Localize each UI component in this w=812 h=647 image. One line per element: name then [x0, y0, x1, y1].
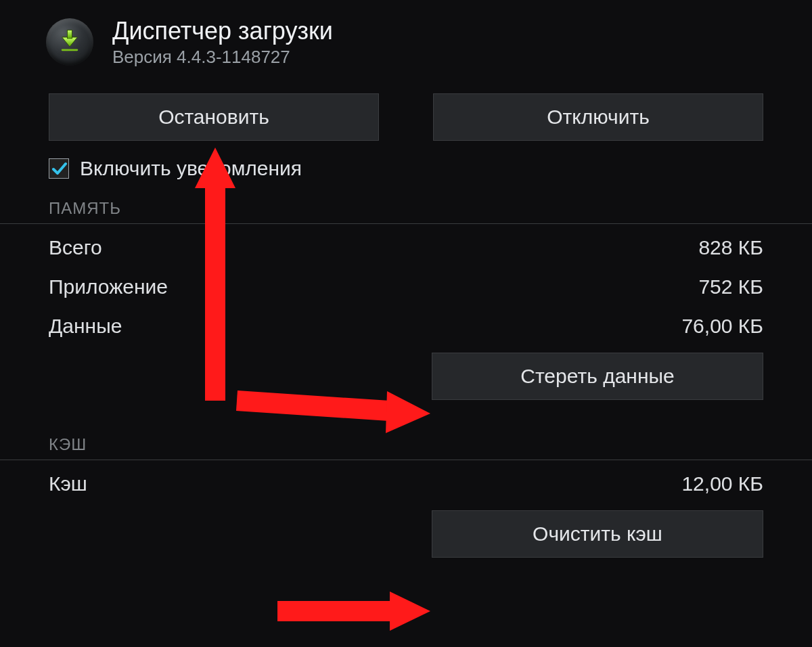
label: Всего: [49, 236, 102, 259]
notifications-row[interactable]: Включить уведомления: [0, 141, 812, 198]
notifications-label: Включить уведомления: [80, 157, 302, 180]
app-header: Диспетчер загрузки Версия 4.4.3-1148727: [0, 0, 812, 81]
label: Приложение: [49, 275, 168, 298]
download-icon: [46, 18, 93, 66]
app-version: Версия 4.4.3-1148727: [112, 47, 333, 68]
cache-row: Кэш 12,00 КБ: [0, 464, 812, 504]
clear-data-button[interactable]: Стереть данные: [432, 353, 763, 400]
app-title: Диспетчер загрузки: [112, 16, 333, 45]
label: Данные: [49, 315, 122, 338]
arrow-to-clear-cache: [277, 592, 430, 631]
stop-button[interactable]: Остановить: [49, 93, 379, 141]
svg-rect-2: [62, 49, 78, 51]
notifications-checkbox[interactable]: [49, 158, 69, 179]
primary-button-row: Остановить Отключить: [0, 93, 812, 141]
value: 12,00 КБ: [681, 472, 763, 495]
storage-row-total: Всего 828 КБ: [0, 228, 812, 267]
storage-row-data: Данные 76,00 КБ: [0, 307, 812, 346]
svg-marker-5: [390, 592, 430, 631]
label: Кэш: [49, 472, 87, 495]
storage-row-app: Приложение 752 КБ: [0, 267, 812, 307]
svg-rect-1: [68, 30, 72, 39]
value: 828 КБ: [698, 236, 763, 259]
disable-button[interactable]: Отключить: [433, 93, 763, 141]
storage-section-title: ПАМЯТЬ: [0, 198, 812, 224]
cache-section-title: КЭШ: [0, 434, 812, 460]
value: 76,00 КБ: [681, 315, 763, 338]
clear-cache-button[interactable]: Очистить кэш: [432, 510, 763, 558]
value: 752 КБ: [698, 275, 763, 298]
